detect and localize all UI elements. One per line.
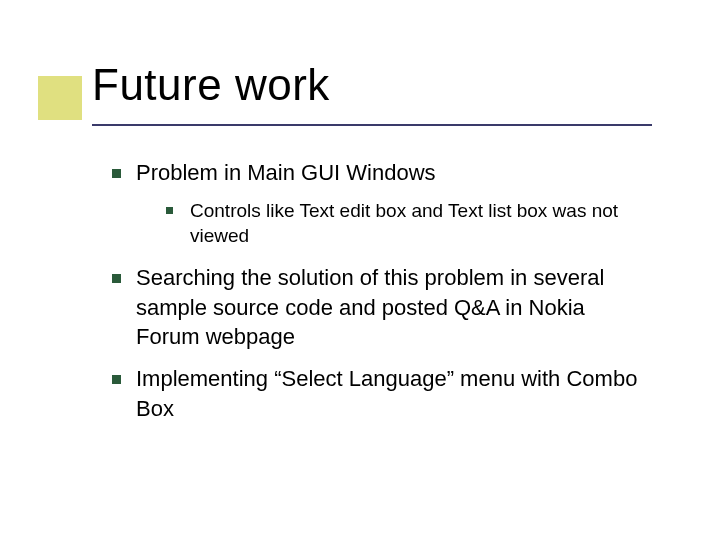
square-bullet-icon	[112, 169, 121, 178]
bullet-level1: Problem in Main GUI Windows Controls lik…	[112, 158, 652, 249]
bullet-text: Searching the solution of this problem i…	[136, 265, 604, 349]
slide-title: Future work	[92, 60, 330, 110]
bullet-text: Problem in Main GUI Windows	[136, 160, 436, 185]
bullet-level1: Searching the solution of this problem i…	[112, 263, 652, 352]
square-bullet-icon	[166, 207, 173, 214]
bullet-text: Controls like Text edit box and Text lis…	[190, 200, 618, 247]
slide: Future work Problem in Main GUI Windows …	[0, 0, 720, 540]
bullet-text: Implementing “Select Language” menu with…	[136, 366, 637, 421]
slide-body: Problem in Main GUI Windows Controls lik…	[112, 158, 652, 435]
bullet-level2: Controls like Text edit box and Text lis…	[166, 198, 652, 249]
square-bullet-icon	[112, 274, 121, 283]
title-accent-box	[38, 76, 82, 120]
square-bullet-icon	[112, 375, 121, 384]
bullet-level1: Implementing “Select Language” menu with…	[112, 364, 652, 423]
title-underline	[92, 124, 652, 126]
